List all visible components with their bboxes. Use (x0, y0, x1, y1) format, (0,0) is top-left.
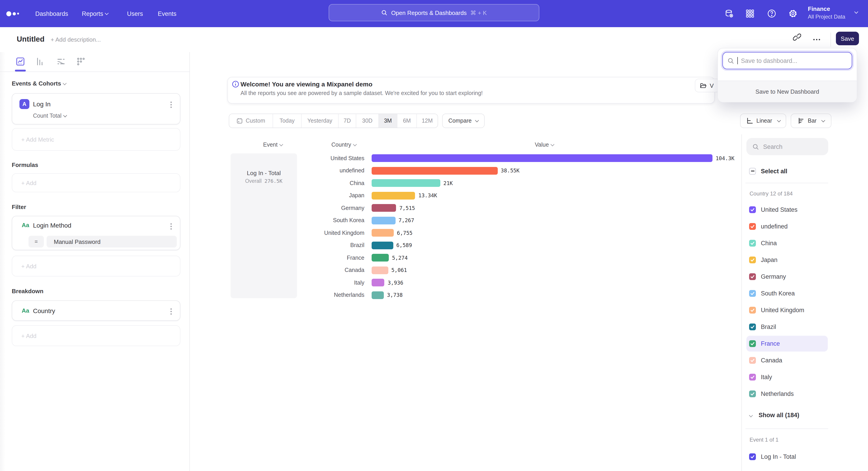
bar[interactable] (372, 179, 440, 187)
tab-insights-icon[interactable] (16, 57, 25, 66)
legend-checkbox[interactable] (749, 357, 756, 363)
compare-button[interactable]: Compare (442, 114, 485, 128)
bar[interactable] (372, 229, 394, 237)
legend-item-france[interactable]: France (742, 335, 868, 352)
legend-item-germany[interactable]: Germany (742, 268, 868, 285)
copy-link-icon[interactable] (793, 33, 801, 41)
legend-checkbox[interactable] (749, 240, 756, 246)
metric-menu-icon[interactable] (170, 104, 172, 106)
bar[interactable] (372, 279, 384, 286)
bar[interactable] (372, 204, 396, 212)
range-6m[interactable]: 6M (397, 114, 416, 127)
project-switcher[interactable]: Finance All Project Data (808, 4, 845, 20)
legend-checkbox[interactable] (749, 256, 756, 263)
bar[interactable] (372, 266, 388, 274)
apps-grid-icon[interactable] (745, 8, 755, 19)
legend-checkbox[interactable] (749, 206, 756, 213)
legend-checkbox[interactable] (749, 223, 756, 230)
legend-item-united-states[interactable]: United States (742, 201, 868, 218)
bar[interactable] (372, 241, 393, 249)
legend-item-united-kingdom[interactable]: United Kingdom (742, 301, 868, 318)
range-custom[interactable]: Custom (229, 114, 273, 127)
legend-item-undefined[interactable]: undefined (742, 218, 868, 235)
legend-item-china[interactable]: China (742, 235, 868, 251)
save-to-new-dashboard-button[interactable]: Save to New Dashboard (718, 81, 857, 102)
tab-retention-icon[interactable] (76, 57, 86, 66)
tab-flows-icon[interactable] (56, 57, 66, 66)
active-tab-underline (15, 70, 26, 71)
data-management-icon[interactable] (724, 8, 734, 19)
legend-checkbox[interactable] (749, 374, 756, 380)
event-total-cell[interactable]: Log In - Total Overall 276.5K (230, 153, 297, 298)
legend-item-log-in---total[interactable]: Log In - Total (742, 448, 868, 465)
y-scale-dropdown[interactable]: Linear (740, 114, 786, 128)
global-search[interactable]: Open Reports & Dashboards ⌘ + K (329, 4, 539, 21)
save-to-dashboard-input[interactable]: Save to dashboard... (722, 52, 852, 69)
help-icon[interactable] (767, 8, 777, 19)
bar[interactable] (372, 216, 395, 224)
nav-reports[interactable]: Reports (82, 0, 108, 27)
legend-checkbox[interactable] (749, 453, 756, 460)
add-filter-button[interactable]: + Add (12, 256, 180, 276)
legend-item-japan[interactable]: Japan (742, 251, 868, 268)
column-header-value[interactable]: Value (535, 142, 554, 148)
select-all-row[interactable]: Select all (742, 164, 868, 178)
bar[interactable] (372, 192, 415, 199)
legend-checkbox[interactable] (749, 340, 756, 347)
range-7d[interactable]: 7D (338, 114, 356, 127)
bar[interactable] (372, 291, 384, 299)
filter-value[interactable]: Manual Password (46, 236, 177, 247)
range-today[interactable]: Today (273, 114, 301, 127)
range-3m[interactable]: 3M (378, 114, 397, 127)
filter-property[interactable]: Login Method (33, 222, 71, 229)
more-options-icon[interactable] (813, 39, 820, 41)
legend-label: South Korea (761, 290, 795, 297)
add-formula-button[interactable]: + Add (12, 173, 180, 192)
range-12m[interactable]: 12M (416, 114, 438, 127)
metric-card[interactable]: A Log In Count Total (12, 93, 180, 124)
legend-item-south-korea[interactable]: South Korea (742, 285, 868, 301)
add-description[interactable]: + Add description... (51, 36, 101, 43)
events-cohorts-header[interactable]: Events & Cohorts (12, 80, 66, 87)
filter-operator[interactable]: = (29, 236, 44, 247)
report-title[interactable]: Untitled (17, 35, 44, 43)
legend-item-canada[interactable]: Canada (742, 352, 868, 369)
breakdown-card[interactable]: Aa Country (12, 300, 180, 321)
nav-events[interactable]: Events (158, 0, 177, 27)
metric-name[interactable]: Log In (33, 100, 51, 108)
text-cursor (737, 57, 738, 64)
mixpanel-logo-icon[interactable] (6, 10, 23, 17)
metric-aggregation[interactable]: Count Total (33, 113, 66, 119)
legend-checkbox[interactable] (749, 323, 756, 330)
project-chevron-icon[interactable] (855, 10, 858, 14)
breakdown-property[interactable]: Country (33, 307, 55, 315)
legend-checkbox[interactable] (749, 290, 756, 297)
bar[interactable] (372, 154, 712, 162)
legend-checkbox[interactable] (749, 306, 756, 313)
range-yesterday[interactable]: Yesterday (301, 114, 338, 127)
filter-menu-icon[interactable] (170, 226, 172, 227)
legend-item-brazil[interactable]: Brazil (742, 318, 868, 335)
filter-card[interactable]: Aa Login Method = Manual Password (12, 216, 180, 250)
nav-users[interactable]: Users (127, 0, 143, 27)
legend-item-italy[interactable]: Italy (742, 369, 868, 385)
add-metric-button[interactable]: + Add Metric (12, 128, 180, 151)
bar[interactable] (372, 167, 498, 174)
range-30d[interactable]: 30D (356, 114, 378, 127)
legend-search-input[interactable]: Search (746, 138, 828, 155)
bar[interactable] (372, 254, 389, 262)
tab-funnels-icon[interactable] (35, 57, 45, 66)
chart-type-dropdown[interactable]: Bar (791, 114, 831, 128)
save-button[interactable]: Save (836, 32, 859, 45)
add-breakdown-button[interactable]: + Add (12, 325, 180, 346)
select-all-checkbox[interactable] (749, 168, 756, 174)
legend-checkbox[interactable] (749, 390, 756, 397)
legend-item-netherlands[interactable]: Netherlands (742, 385, 868, 402)
column-header-country[interactable]: Country (331, 142, 356, 148)
settings-gear-icon[interactable] (788, 8, 798, 19)
show-all-button[interactable]: Show all (184) (742, 407, 868, 423)
column-header-event[interactable]: Event (263, 142, 283, 148)
breakdown-menu-icon[interactable] (170, 311, 172, 312)
legend-checkbox[interactable] (749, 273, 756, 280)
nav-dashboards[interactable]: Dashboards (35, 0, 68, 27)
